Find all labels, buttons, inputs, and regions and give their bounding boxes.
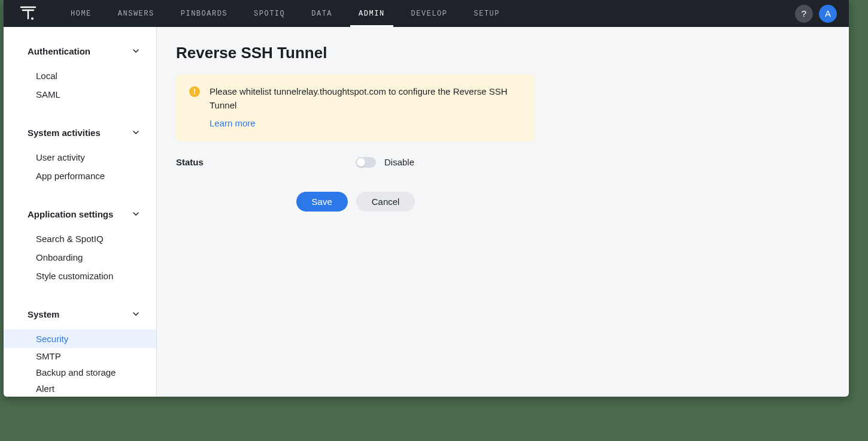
- nav-tab-data[interactable]: DATA: [298, 0, 345, 27]
- sidebar-item-search-spotiq[interactable]: Search & SpotIQ: [4, 229, 156, 248]
- sidebar-item-onboarding[interactable]: Onboarding: [4, 248, 156, 267]
- sidebar-section-system-activities[interactable]: System activities: [4, 125, 156, 140]
- sidebar-section-label: System: [28, 309, 59, 319]
- action-buttons: Save Cancel: [176, 192, 535, 212]
- sidebar-item-alert[interactable]: Alert: [4, 380, 156, 397]
- nav-tab-admin[interactable]: ADMIN: [345, 0, 398, 27]
- sidebar-section-label: Application settings: [28, 209, 113, 219]
- sidebar-item-style-customization[interactable]: Style customization: [4, 267, 156, 285]
- topbar-actions: ? A: [795, 5, 839, 23]
- whitelist-notice: ! Please whitelist tunnelrelay.thoughtsp…: [176, 74, 535, 141]
- sidebar-item-local[interactable]: Local: [4, 67, 156, 85]
- sidebar-section-label: System activities: [28, 128, 101, 138]
- warning-icon: !: [189, 86, 200, 97]
- nav-tab-setup[interactable]: SETUP: [461, 0, 514, 27]
- sidebar-section-system[interactable]: System: [4, 307, 156, 321]
- notice-body: Please whitelist tunnelrelay.thoughtspot…: [210, 85, 522, 131]
- sidebar-item-user-activity[interactable]: User activity: [4, 148, 156, 167]
- sidebar-item-security[interactable]: Security: [4, 330, 156, 348]
- status-toggle[interactable]: [356, 157, 376, 168]
- toggle-knob: [357, 158, 365, 167]
- nav-tab-develop[interactable]: DEVELOP: [398, 0, 461, 27]
- nav-tab-home[interactable]: HOME: [57, 0, 105, 27]
- save-button[interactable]: Save: [296, 192, 348, 212]
- sidebar-section-application-settings[interactable]: Application settings: [4, 207, 156, 221]
- status-label: Status: [176, 157, 356, 167]
- nav-tab-spotiq[interactable]: SPOTIQ: [241, 0, 298, 27]
- chevron-down-icon: [132, 210, 139, 218]
- topbar: HOME ANSWERS PINBOARDS SPOTIQ DATA ADMIN…: [4, 0, 849, 27]
- app-frame: HOME ANSWERS PINBOARDS SPOTIQ DATA ADMIN…: [4, 0, 849, 397]
- notice-message: Please whitelist tunnelrelay.thoughtspot…: [210, 86, 508, 110]
- nav-tab-pinboards[interactable]: PINBOARDS: [168, 0, 241, 27]
- sidebar-item-saml[interactable]: SAML: [4, 85, 156, 104]
- sidebar-item-backup-storage[interactable]: Backup and storage: [4, 364, 156, 380]
- brand-logo-icon[interactable]: [19, 5, 37, 22]
- sidebar-item-smtp[interactable]: SMTP: [4, 348, 156, 364]
- top-nav: HOME ANSWERS PINBOARDS SPOTIQ DATA ADMIN…: [57, 0, 513, 27]
- sidebar-item-app-performance[interactable]: App performance: [4, 167, 156, 185]
- admin-sidebar: Authentication Local SAML System activit…: [4, 27, 157, 397]
- status-row: Status Disable: [176, 157, 535, 168]
- sidebar-section-authentication[interactable]: Authentication: [4, 44, 156, 58]
- main-content: Reverse SSH Tunnel ! Please whitelist tu…: [157, 27, 849, 397]
- nav-tab-answers[interactable]: ANSWERS: [105, 0, 168, 27]
- learn-more-link[interactable]: Learn more: [210, 117, 256, 131]
- page-title: Reverse SSH Tunnel: [176, 44, 830, 62]
- user-avatar[interactable]: A: [819, 5, 837, 23]
- chevron-down-icon: [132, 129, 139, 136]
- status-value: Disable: [384, 157, 414, 167]
- sidebar-section-label: Authentication: [28, 46, 90, 56]
- cancel-button[interactable]: Cancel: [356, 192, 415, 212]
- help-button[interactable]: ?: [795, 5, 813, 23]
- chevron-down-icon: [132, 47, 139, 55]
- chevron-down-icon: [132, 310, 139, 318]
- svg-point-3: [31, 17, 34, 20]
